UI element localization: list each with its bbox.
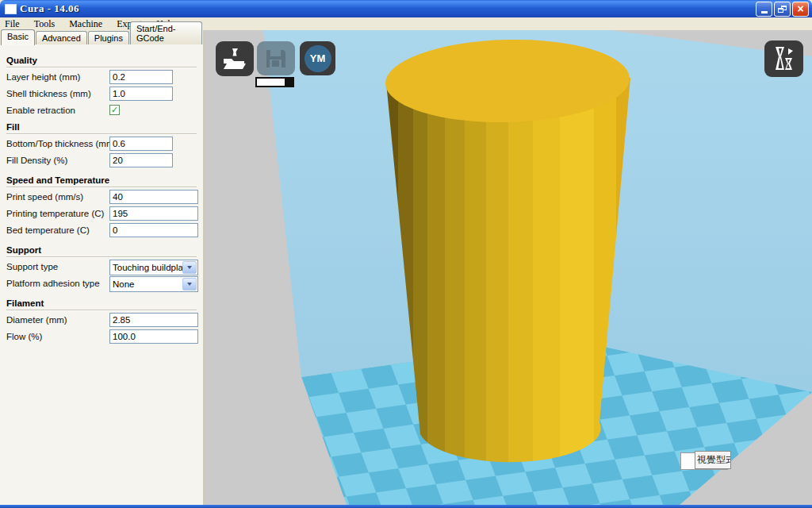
flow-input[interactable] [109,329,198,344]
settings-sidebar: Basic Advanced Plugins Start/End-GCode Q… [0,30,205,505]
bottom-top-thickness-label: Bottom/Top thickness (mm) [6,139,117,148]
print-speed-label: Print speed (mm/s) [6,192,83,202]
support-type-value: Touching buildplate [110,263,184,272]
shell-thickness-label: Shell thickness (mm) [6,89,91,98]
section-quality: Quality [6,56,197,67]
section-filament: Filament [6,298,197,310]
basic-settings-panel: Quality Layer height (mm) Shell thicknes… [0,44,203,345]
view-mode-button[interactable] [764,40,803,77]
setting-row: Diameter (mm) [6,313,197,329]
layer-height-input[interactable] [109,70,173,84]
save-toolpath-button[interactable] [257,41,295,75]
diameter-input[interactable] [109,313,198,327]
tab-plugins[interactable]: Plugins [88,31,129,44]
platform-adhesion-value: None [110,279,135,289]
minimize-button[interactable] [756,2,772,17]
support-type-label: Support type [6,262,58,271]
model-cylinder[interactable] [385,37,630,463]
scene-canvas [205,30,812,505]
minimize-icon [761,11,768,13]
close-icon: × [797,3,803,14]
window-title: Cura - 14.06 [20,2,79,15]
setting-row: Shell thickness (mm) [6,87,197,102]
youmagine-label: YM [310,52,326,64]
progress-bar [255,77,294,87]
setting-row: Bed temperature (C) [6,223,197,239]
section-fill: Fill [6,122,197,134]
chevron-down-icon [187,266,192,269]
print-speed-input[interactable] [109,190,198,204]
layer-height-label: Layer height (mm) [6,72,80,82]
dropdown-button[interactable] [182,278,197,291]
youmagine-share-button[interactable]: YM [300,41,335,75]
support-type-select[interactable]: Touching buildplate [109,260,198,275]
progress-fill [257,79,285,86]
shell-thickness-input[interactable] [109,87,173,101]
3d-viewport[interactable]: YM 視覺型式 [205,30,812,505]
setting-row: Print speed (mm/s) [6,190,197,206]
setting-row: Bottom/Top thickness (mm) [6,137,197,152]
menu-tools[interactable]: Tools [34,18,56,30]
close-button[interactable]: × [792,2,809,17]
tab-bar: Basic Advanced Plugins Start/End-GCode [0,30,203,44]
window-bottom-border [0,505,812,508]
restore-button[interactable] [774,2,791,17]
section-support: Support [6,245,197,257]
chevron-down-icon [187,283,192,286]
view-mode-tooltip: 視覺型式 [680,451,731,470]
bottom-top-thickness-input[interactable] [109,137,173,151]
printing-temperature-label: Printing temperature (C) [6,209,104,218]
setting-row: Printing temperature (C) [6,206,197,222]
platform-adhesion-select[interactable]: None [109,276,198,292]
menu-file[interactable]: File [5,18,20,30]
view-mode-icon [772,46,797,71]
setting-row: Platform adhesion type None [6,276,197,292]
restore-icon [778,6,787,13]
diameter-label: Diameter (mm) [6,315,67,325]
setting-row: Flow (%) [6,329,197,345]
checkmark-icon: ✓ [111,106,118,114]
menu-machine[interactable]: Machine [69,18,102,30]
load-model-button[interactable] [216,41,254,76]
setting-row: Fill Density (%) [6,153,197,169]
load-model-icon [222,48,247,70]
tab-start-end-gcode[interactable]: Start/End-GCode [130,21,202,44]
save-toolpath-icon [265,48,287,69]
youmagine-share-icon: YM [304,45,331,72]
tooltip-text: 視覺型式 [695,451,731,469]
section-speed-temperature: Speed and Temperature [6,175,197,187]
enable-retraction-checkbox[interactable]: ✓ [109,105,120,115]
flow-label: Flow (%) [6,332,42,341]
bed-temperature-input[interactable] [109,223,198,237]
tab-basic[interactable]: Basic [1,29,35,45]
menu-bar: File Tools Machine Expert Help [0,17,812,30]
setting-row: Layer height (mm) [6,70,197,86]
app-icon [5,4,17,14]
enable-retraction-label: Enable retraction [6,106,75,115]
fill-density-label: Fill Density (%) [6,156,67,165]
bed-temperature-label: Bed temperature (C) [6,225,90,235]
app-window: Cura - 14.06 × File Tools Machine Expert… [0,0,812,508]
setting-row: Enable retraction ✓ [6,103,197,116]
setting-row: Support type Touching buildplate [6,260,197,275]
fill-density-input[interactable] [109,153,173,167]
title-bar: Cura - 14.06 × [0,0,812,17]
tab-advanced[interactable]: Advanced [36,31,87,44]
printing-temperature-input[interactable] [109,206,198,221]
platform-adhesion-label: Platform adhesion type [6,279,100,288]
dropdown-button[interactable] [182,261,197,274]
